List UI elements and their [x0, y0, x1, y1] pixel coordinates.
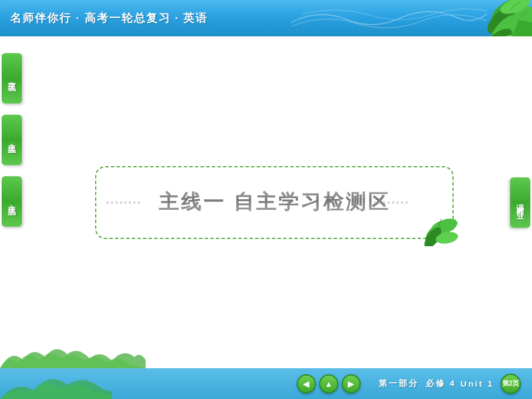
left-sidebar: 主线一 主线二 主线三 [0, 36, 24, 368]
next-button[interactable]: ▶ [342, 374, 361, 393]
box-leaf-decoration [413, 207, 458, 246]
footer-page-badge: 第2页 [501, 374, 521, 394]
footer-wave-decoration [0, 368, 112, 399]
footer-unit-label: Unit 1 [460, 379, 494, 388]
header: 名师伴你行 · 高考一轮总复习 · 英语 [0, 0, 532, 36]
footer-unit-info: 第一部分 必修 4 Unit 1 [379, 378, 494, 389]
footer-section-label: 第一部分 [379, 378, 419, 389]
main-content: 主线一 主线二 主线三 课时作业 主线一 自主学习检测区 [0, 36, 532, 368]
left-stripe-decoration [106, 201, 140, 204]
right-stripe-decoration [374, 201, 408, 204]
footer-nav-buttons: ◀ ▲ ▶ [297, 374, 361, 393]
up-button[interactable]: ▲ [319, 374, 338, 393]
sidebar-tab-3[interactable]: 主线三 [2, 176, 22, 227]
sidebar-tab-2[interactable]: 主线二 [2, 115, 22, 165]
center-content-box: 主线一 自主学习检测区 [95, 166, 454, 239]
right-sidebar: 课时作业 [508, 36, 532, 368]
center-box-title: 主线一 自主学习检测区 [153, 189, 396, 216]
sidebar-tab-1[interactable]: 主线一 [2, 53, 22, 104]
header-title: 名师伴你行 · 高考一轮总复习 · 英语 [10, 11, 208, 26]
footer: ◀ ▲ ▶ 第一部分 必修 4 Unit 1 第2页 [0, 368, 532, 399]
prev-button[interactable]: ◀ [297, 374, 316, 393]
footer-module-label: 必修 4 [426, 378, 456, 389]
right-tab-homework[interactable]: 课时作业 [510, 177, 530, 228]
top-right-leaf-decoration [442, 0, 532, 36]
